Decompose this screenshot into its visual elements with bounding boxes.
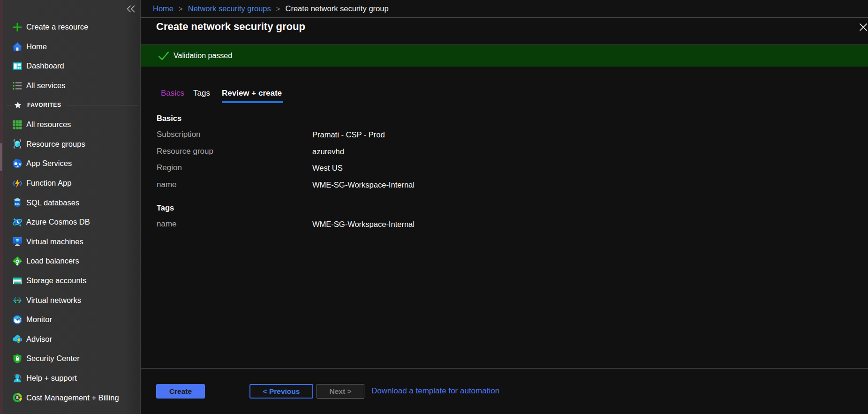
svg-text:$: $ (16, 395, 19, 400)
svg-text:SQL: SQL (15, 203, 20, 205)
